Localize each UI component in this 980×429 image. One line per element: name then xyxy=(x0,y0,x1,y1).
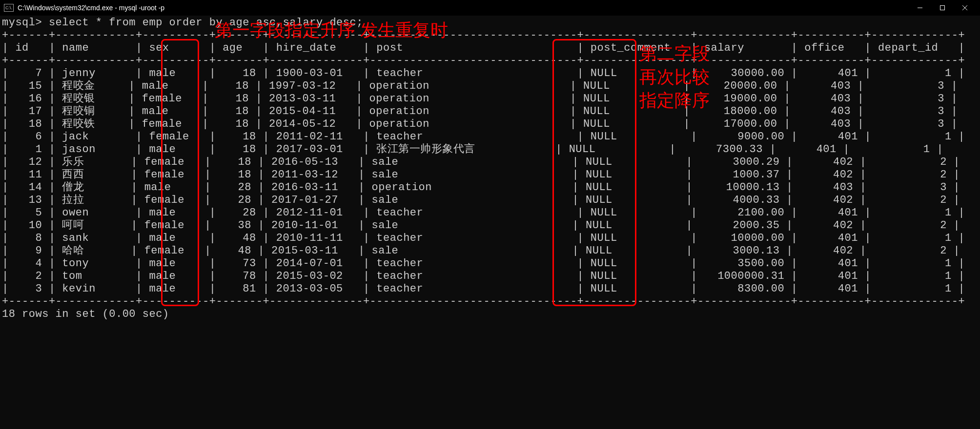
terminal-output[interactable]: mysql> select * from emp order by age as… xyxy=(0,16,980,322)
maximize-button[interactable] xyxy=(931,0,954,16)
window-title: C:\Windows\system32\cmd.exe - mysql -uro… xyxy=(18,4,164,12)
svg-rect-1 xyxy=(940,6,945,10)
window-titlebar: C:\. C:\Windows\system32\cmd.exe - mysql… xyxy=(0,0,980,16)
close-button[interactable] xyxy=(954,0,976,16)
window-controls xyxy=(909,0,976,16)
minimize-button[interactable] xyxy=(909,0,931,16)
cmd-icon: C:\. xyxy=(4,4,14,12)
